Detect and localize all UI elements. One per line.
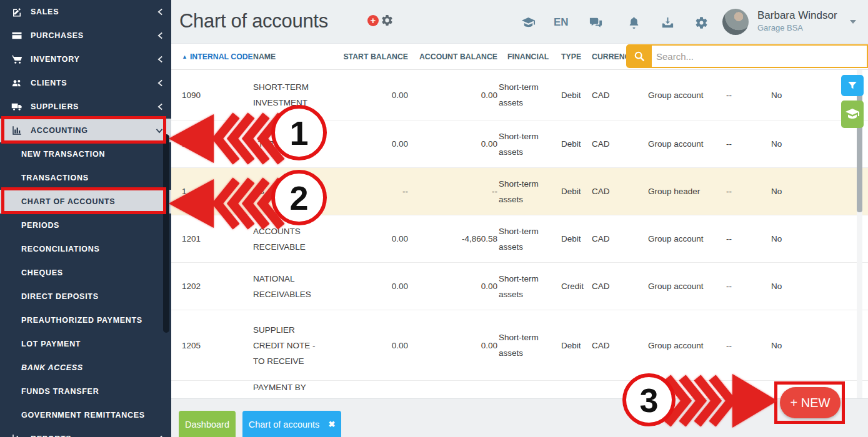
user-menu-caret-icon[interactable] [850, 20, 856, 24]
page-title: Chart of accounts [179, 10, 328, 32]
column-header-account-balance[interactable]: ACCOUNT BALANCE [409, 52, 499, 61]
sidebar-nav: SALESPURCHASESINVENTORYCLIENTSSUPPLIERSA… [0, 0, 171, 437]
cell-flag: No [753, 187, 806, 196]
cell-currency: CAD [592, 282, 629, 291]
cell-currency: CAD [592, 187, 629, 196]
search-button[interactable] [626, 44, 652, 68]
table-row[interactable]: 1090SHORT-TERMINVESTMENT0.000.00Short-te… [171, 70, 868, 120]
sidebar-item-lot-payment[interactable]: LOT PAYMENT [0, 332, 171, 356]
cell-account-balance: 0.00 [409, 139, 499, 149]
sidebar-item-sales[interactable]: SALES [0, 0, 171, 24]
sidebar-item-clients[interactable]: CLIENTS [0, 71, 171, 95]
cell-account-balance: 0.00 [409, 341, 499, 350]
sidebar-item-new-transaction[interactable]: NEW TRANSACTION [0, 142, 171, 166]
page-settings-gear-icon[interactable] [381, 14, 394, 27]
chevron-left-icon [157, 79, 163, 87]
sidebar-item-cheques[interactable]: CHEQUES [0, 261, 171, 285]
cell-dash: -- [716, 187, 753, 196]
import-button[interactable] [660, 15, 675, 30]
cell-name: NATIONALRECEIVABLES [253, 271, 337, 302]
sidebar-item-chart-of-accounts[interactable]: CHART OF ACCOUNTS [0, 190, 171, 214]
academy-button[interactable] [521, 15, 536, 30]
cell-start-balance: 0.00 [337, 282, 409, 291]
column-header-currency[interactable]: CURRENCY [592, 52, 629, 61]
column-header-name[interactable]: NAME [253, 52, 337, 61]
cell-financial: Short-termassets [499, 330, 556, 361]
sidebar-item-purchases[interactable]: PURCHASES [0, 24, 171, 47]
search-input[interactable] [652, 44, 868, 68]
tab-close-icon[interactable]: ✖ [328, 420, 335, 429]
column-header-start-balance[interactable]: START BALANCE [337, 52, 409, 61]
notifications-button[interactable] [626, 15, 641, 30]
table-row[interactable]: 1201ACCOUNTSRECEIVABLE0.00-4,860.58Short… [171, 215, 868, 263]
cell-dash: -- [716, 91, 753, 100]
sidebar-item-transactions[interactable]: TRANSACTIONS [0, 166, 171, 190]
sidebar-item-accounting[interactable]: ACCOUNTING [0, 119, 171, 142]
card-icon [11, 30, 22, 42]
table-row[interactable]: 1EB----Short-termassetsDebitCADGroup hea… [171, 168, 868, 215]
cell-name: SUPPLIERCREDIT NOTE -TO RECEIVE [253, 322, 337, 369]
dashboard-button[interactable]: Dashboard [179, 411, 236, 437]
tab-chart-of-accounts[interactable]: Chart of accounts ✖ [242, 411, 341, 437]
cell-name: EB [253, 184, 337, 199]
sidebar-item-bank-access[interactable]: BANK ACCESS [0, 356, 171, 380]
sidebar-item-label: SUPPLIERS [31, 102, 79, 111]
sidebar-item-inventory[interactable]: INVENTORY [0, 47, 171, 71]
sidebar-item-reconciliations[interactable]: RECONCILIATIONS [0, 237, 171, 261]
language-selector[interactable]: EN [554, 16, 569, 29]
cell-group-type: Group account [629, 282, 716, 291]
column-header-type[interactable]: TYPE [556, 52, 592, 61]
cell-dash: -- [716, 139, 753, 149]
sidebar-item-periods[interactable]: PERIODS [0, 214, 171, 237]
filter-button[interactable] [841, 75, 864, 96]
sidebar-item-suppliers[interactable]: SUPPLIERS [0, 95, 171, 119]
messages-button[interactable] [588, 15, 603, 30]
sidebar-item-funds-transfer[interactable]: FUNDS TRANSFER [0, 380, 171, 403]
cell-internal-code: 1090 [179, 91, 253, 100]
search-bar [626, 44, 868, 68]
user-avatar[interactable] [722, 9, 749, 35]
cell-flag: No [753, 341, 806, 350]
cell-currency: CAD [592, 234, 629, 243]
column-header-financial[interactable]: FINANCIAL [499, 52, 556, 61]
tab-label: Chart of accounts [249, 420, 320, 430]
new-account-button[interactable]: + NEW [780, 387, 841, 418]
cell-financial: Short-termassets [499, 223, 556, 255]
cell-type: Debit [556, 341, 592, 350]
sidebar-item-label: TRANSACTIONS [21, 174, 89, 182]
sidebar-scrollbar[interactable] [163, 134, 169, 333]
cell-flag: No [753, 234, 806, 243]
cell-type: Credit [556, 282, 592, 291]
cell-account-balance: -4,860.58 [409, 234, 499, 243]
sidebar-item-preauthorized-payments[interactable]: PREAUTHORIZED PAYMENTS [0, 308, 171, 332]
cell-start-balance: 0.00 [337, 341, 409, 350]
column-header-internal-code[interactable]: ▲INTERNAL CODE [179, 52, 253, 61]
cell-group-type: Group header [629, 187, 716, 196]
sort-asc-icon: ▲ [182, 54, 187, 60]
user-menu[interactable]: Barbara Windsor Garage BSA [757, 9, 837, 32]
sidebar-item-government-remittances[interactable]: GOVERNMENT REMITTANCES [0, 403, 171, 427]
cell-type: Debit [556, 234, 592, 243]
cell-financial: Short-termassets [499, 79, 556, 110]
cell-account-balance: 0.00 [409, 282, 499, 291]
sidebar-item-label: CLIENTS [31, 79, 67, 87]
chevron-left-icon [157, 32, 163, 39]
table-row[interactable]: 1202NATIONALRECEIVABLES0.000.00Short-ter… [171, 263, 868, 310]
sidebar-item-label: ACCOUNTING [31, 126, 88, 135]
cell-start-balance: -- [337, 187, 409, 196]
cell-internal-code: 10 [179, 139, 253, 149]
table-row[interactable]: 10- TOT0.000.00Short-termassetsDebitCADG… [171, 120, 868, 168]
cell-dash: -- [716, 282, 753, 291]
sidebar-item-direct-deposits[interactable]: DIRECT DEPOSITS [0, 285, 171, 308]
sidebar-item-reports[interactable]: REPORTS [0, 427, 171, 437]
cell-type: Debit [556, 139, 592, 149]
cell-financial: Short-termassets [499, 271, 556, 302]
add-account-icon[interactable]: + [367, 15, 379, 26]
tutorial-button[interactable] [841, 101, 864, 128]
table-row[interactable]: PAYMENT BY [171, 381, 868, 398]
sidebar-item-label: BANK ACCESS [21, 363, 83, 372]
table-row[interactable]: 1205SUPPLIERCREDIT NOTE -TO RECEIVE0.000… [171, 310, 868, 381]
cell-name: PAYMENT BY [253, 381, 337, 395]
settings-button[interactable] [694, 15, 709, 30]
cell-type: Debit [556, 91, 592, 100]
